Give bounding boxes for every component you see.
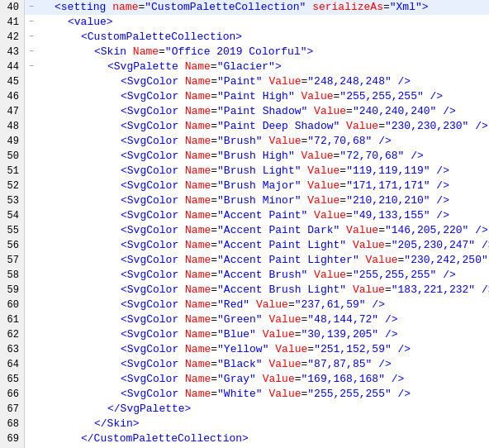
line-number: 55 [0,223,25,238]
code-content: <SvgColor Name="Paint" Value="248,248,24… [38,74,411,89]
code-line: 63 <SvgColor Name="Yellow" Value="251,15… [0,342,489,357]
code-line: 69 </CustomPaletteCollection> [0,431,489,446]
code-line: 68 </Skin> [0,417,489,431]
line-number: 52 [0,179,25,193]
code-line: 48 <SvgColor Name="Paint Deep Shadow" Va… [0,119,489,134]
line-number: 56 [0,238,25,253]
line-number: 43 [0,45,25,60]
line-number: 59 [0,283,25,298]
code-line: 64 <SvgColor Name="Black" Value="87,87,8… [0,357,489,372]
code-content: <SvgColor Name="Brush Minor" Value="210,… [38,193,449,208]
fold-icon[interactable]: − [25,0,38,15]
code-line: 62 <SvgColor Name="Blue" Value="30,139,2… [0,327,489,342]
code-line: 46 <SvgColor Name="Paint High" Value="25… [0,89,489,104]
line-number: 54 [0,208,25,223]
code-content: <SvgColor Name="Red" Value="237,61,59" /… [38,298,385,312]
line-number: 41 [0,15,25,30]
code-line: 61 <SvgColor Name="Green" Value="48,144,… [0,312,489,327]
code-line: 52 <SvgColor Name="Brush Major" Value="1… [0,179,489,193]
fold-icon[interactable]: − [25,30,38,45]
line-number: 57 [0,253,25,268]
line-number: 47 [0,104,25,119]
code-content: <SvgColor Name="Accent Brush" Value="255… [38,268,456,283]
line-number: 66 [0,387,25,402]
fold-icon[interactable]: − [25,60,38,74]
code-line: 42−<CustomPaletteCollection> [0,30,489,45]
code-content: <SvgColor Name="Paint High" Value="255,2… [38,89,443,104]
line-number: 69 [0,431,25,446]
line-number: 42 [0,30,25,45]
code-content: <SvgColor Name="Gray" Value="169,168,168… [38,372,404,387]
fold-icon[interactable]: − [25,45,38,60]
line-number: 48 [0,119,25,134]
code-content: <setting name="CustomPaletteCollection" … [38,0,429,15]
code-content: <SvgColor Name="Yellow" Value="251,152,5… [38,342,411,357]
code-content: <SvgColor Name="Accent Paint" Value="49,… [38,208,449,223]
code-content: </Skin> [38,417,140,431]
code-content: <SvgColor Name="Brush" Value="72,70,68" … [38,134,392,149]
code-content: </CustomPaletteCollection> [38,431,249,446]
line-number: 68 [0,417,25,431]
code-line: 41−<value> [0,15,489,30]
line-number: 44 [0,60,25,74]
code-content: <SvgColor Name="Brush High" Value="72,70… [38,149,424,164]
code-line: 50 <SvgColor Name="Brush High" Value="72… [0,149,489,164]
code-line: 40−<setting name="CustomPaletteCollectio… [0,0,489,15]
code-line: 51 <SvgColor Name="Brush Light" Value="1… [0,164,489,179]
code-line: 67 </SvgPalette> [0,402,489,417]
code-line: 54 <SvgColor Name="Accent Paint" Value="… [0,208,489,223]
code-content: <SvgColor Name="Black" Value="87,87,85" … [38,357,392,372]
line-number: 50 [0,149,25,164]
code-content: <CustomPaletteCollection> [38,30,242,45]
code-line: 59 <SvgColor Name="Accent Brush Light" V… [0,283,489,298]
line-number: 45 [0,74,25,89]
fold-icon[interactable]: − [25,15,38,30]
line-number: 64 [0,357,25,372]
code-line: 58 <SvgColor Name="Accent Brush" Value="… [0,268,489,283]
code-line: 49 <SvgColor Name="Brush" Value="72,70,6… [0,134,489,149]
code-line: 47 <SvgColor Name="Paint Shadow" Value="… [0,104,489,119]
code-content: <SvgColor Name="Brush Major" Value="171,… [38,179,449,193]
code-content: <SvgColor Name="Paint Shadow" Value="240… [38,104,456,119]
code-line: 45 <SvgColor Name="Paint" Value="248,248… [0,74,489,89]
line-number: 58 [0,268,25,283]
line-number: 51 [0,164,25,179]
code-content: <SvgColor Name="White" Value="255,255,25… [38,387,411,402]
code-content: <SvgColor Name="Accent Paint Dark" Value… [38,223,488,238]
code-content: <SvgColor Name="Paint Deep Shadow" Value… [38,119,488,134]
code-line: 43−<Skin Name="Office 2019 Colorful"> [0,45,489,60]
line-number: 60 [0,298,25,312]
line-number: 65 [0,372,25,387]
code-content: <SvgColor Name="Brush Light" Value="119,… [38,164,449,179]
code-editor: 40−<setting name="CustomPaletteCollectio… [0,0,489,448]
line-number: 46 [0,89,25,104]
line-number: 49 [0,134,25,149]
code-line: 66 <SvgColor Name="White" Value="255,255… [0,387,489,402]
line-number: 53 [0,193,25,208]
line-number: 63 [0,342,25,357]
code-content: <Skin Name="Office 2019 Colorful"> [38,45,313,60]
code-content: <SvgColor Name="Accent Brush Light" Valu… [38,283,489,298]
code-line: 53 <SvgColor Name="Brush Minor" Value="2… [0,193,489,208]
code-content: <SvgColor Name="Green" Value="48,144,72"… [38,312,398,327]
code-line: 56 <SvgColor Name="Accent Paint Light" V… [0,238,489,253]
line-number: 40 [0,0,25,15]
code-line: 57 <SvgColor Name="Accent Paint Lighter"… [0,253,489,268]
code-content: <SvgColor Name="Blue" Value="30,139,205"… [38,327,398,342]
line-number: 62 [0,327,25,342]
code-content: <SvgColor Name="Accent Paint Lighter" Va… [38,253,489,268]
code-content: <value> [38,15,113,30]
code-line: 65 <SvgColor Name="Gray" Value="169,168,… [0,372,489,387]
line-number: 67 [0,402,25,417]
code-content: <SvgPalette Name="Glacier"> [38,60,282,74]
line-number: 61 [0,312,25,327]
code-line: 55 <SvgColor Name="Accent Paint Dark" Va… [0,223,489,238]
code-line: 44−<SvgPalette Name="Glacier"> [0,60,489,74]
code-content: <SvgColor Name="Accent Paint Light" Valu… [38,238,489,253]
code-content: </SvgPalette> [38,402,191,417]
code-line: 60 <SvgColor Name="Red" Value="237,61,59… [0,298,489,312]
